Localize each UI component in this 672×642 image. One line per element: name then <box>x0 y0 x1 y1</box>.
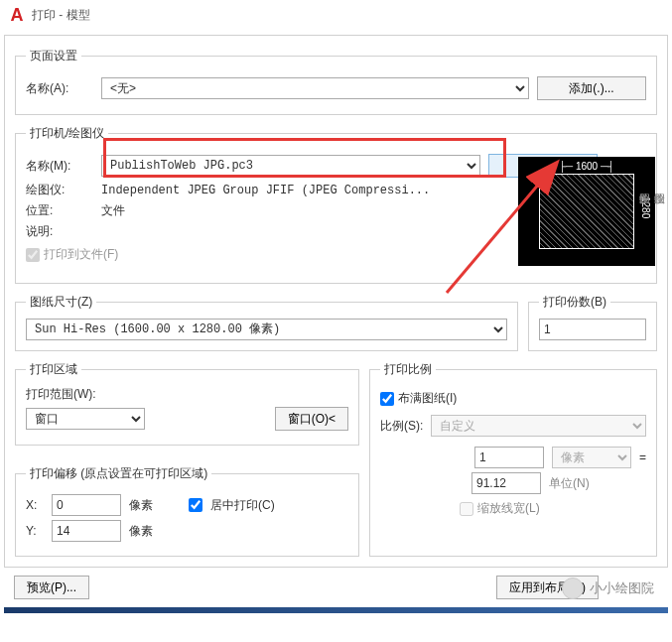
x-label: X: <box>26 498 44 512</box>
watermark: 小小绘图院 <box>562 578 654 599</box>
print-to-file-label: 打印到文件(F) <box>44 246 118 263</box>
center-checkbox[interactable] <box>189 498 202 512</box>
location-label: 位置: <box>26 202 93 219</box>
scale-unit1: 像素 <box>552 447 631 468</box>
scale-unit2: 单位(N) <box>549 475 628 492</box>
copies-legend: 打印份数(B) <box>539 294 610 311</box>
fit-checkbox[interactable] <box>380 392 394 406</box>
copies-group: 打印份数(B) <box>528 294 657 351</box>
scale-legend: 打印比例 <box>380 361 436 378</box>
plotter-value: Independent JPEG Group JFIF (JPEG Compre… <box>101 184 430 197</box>
scale-num2 <box>471 472 541 494</box>
desc-label: 说明: <box>26 223 93 240</box>
preview-button[interactable]: 预览(P)... <box>14 576 89 599</box>
y-label: Y: <box>26 524 44 538</box>
print-range-select[interactable]: 窗口 <box>26 408 145 430</box>
page-name-select[interactable]: <无> <box>101 77 529 99</box>
y-input <box>52 520 121 542</box>
page-setup-legend: 页面设置 <box>26 48 81 64</box>
print-area-legend: 打印区域 <box>26 361 81 378</box>
page-name-label: 名称(A): <box>26 80 93 97</box>
window-title: 打印 - 模型 <box>32 7 90 24</box>
lineweight-label: 缩放线宽(L) <box>477 500 540 517</box>
offset-group: 打印偏移 (原点设置在可打印区域) X: 像素 居中打印(C) Y: 像素 <box>15 465 359 557</box>
add-button[interactable]: 添加(.)... <box>537 76 646 100</box>
printer-name-select[interactable]: PublishToWeb JPG.pc3 <box>101 155 480 177</box>
watermark-avatar-icon <box>562 578 584 599</box>
offset-legend: 打印偏移 (原点设置在可打印区域) <box>26 465 211 482</box>
page-setup-group: 页面设置 名称(A): <无> 添加(.)... <box>15 48 657 115</box>
bottom-bar <box>4 607 668 613</box>
print-range-label: 打印范围(W): <box>26 386 348 403</box>
print-area-group: 打印区域 打印范围(W): 窗口 窗口(O)< <box>15 361 359 446</box>
paper-size-group: 图纸尺寸(Z) Sun Hi-Res (1600.00 x 1280.00 像素… <box>15 294 518 351</box>
scale-num1 <box>474 447 544 468</box>
window-button[interactable]: 窗口(O)< <box>275 407 348 431</box>
eq-label: = <box>639 450 646 464</box>
printer-name-label: 名称(M): <box>26 158 93 175</box>
plotter-label: 绘图仪: <box>26 182 93 198</box>
fit-label: 布满图纸(I) <box>398 390 457 407</box>
paper-size-select[interactable]: Sun Hi-Res (1600.00 x 1280.00 像素) <box>26 319 507 340</box>
lineweight-checkbox <box>460 502 473 516</box>
paper-preview: ├─ 1600 ─┤ 1280 <box>518 157 655 266</box>
y-unit: 像素 <box>129 523 153 540</box>
x-unit: 像素 <box>129 497 153 514</box>
paper-size-legend: 图纸尺寸(Z) <box>26 294 96 311</box>
copies-input <box>539 319 646 340</box>
ratio-label: 比例(S): <box>380 418 423 435</box>
scale-group: 打印比例 布满图纸(I) 比例(S): 自定义 像素 = 单位(N) <box>369 361 657 557</box>
location-value: 文件 <box>101 202 125 219</box>
ratio-select: 自定义 <box>431 415 646 437</box>
center-label: 居中打印(C) <box>210 497 275 514</box>
printer-legend: 打印机/绘图仪 <box>26 125 108 142</box>
x-input <box>52 494 121 516</box>
app-icon: A <box>8 6 26 24</box>
print-to-file-checkbox <box>26 248 40 262</box>
